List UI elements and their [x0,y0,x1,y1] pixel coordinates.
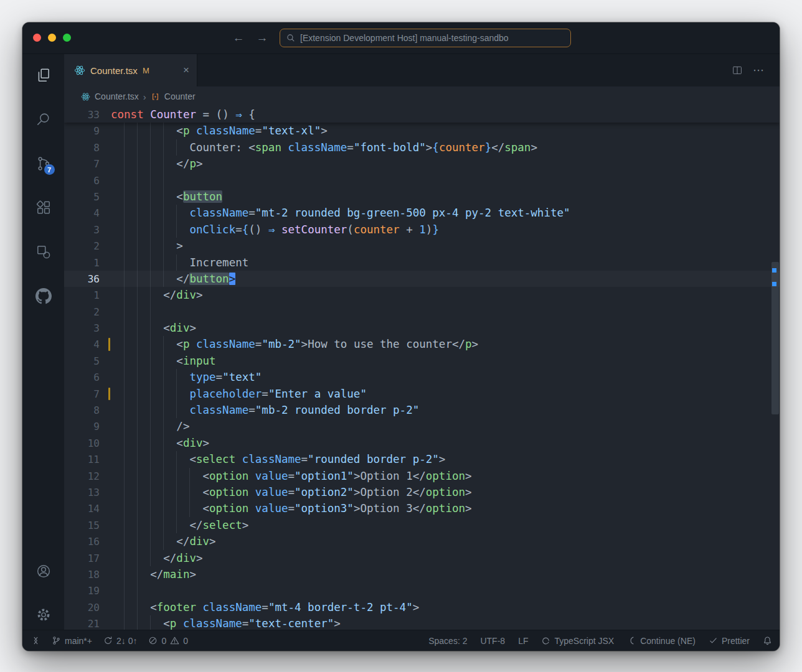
close-tab-icon[interactable]: × [183,64,189,77]
gutter[interactable]: 1 [64,287,111,303]
code-line[interactable]: 36 </button> [64,271,780,287]
gutter[interactable]: 4 [64,205,111,221]
gutter[interactable]: 18 [64,566,111,582]
github-icon[interactable] [35,288,52,304]
code-line[interactable]: 21 <p className="text-center"> [64,615,780,630]
line-number[interactable]: 17 [88,553,100,564]
code-line[interactable]: 4 <p className="mb-2">How to use the cou… [64,336,780,352]
remote-indicator[interactable] [31,636,40,645]
line-number[interactable]: 36 [88,273,100,285]
back-icon[interactable]: ← [230,30,247,46]
gutter[interactable]: 3 [64,320,111,336]
sync-changes[interactable]: 2↓ 0↑ [103,636,137,646]
line-number[interactable]: 16 [88,536,100,548]
extensions-icon[interactable] [35,200,52,216]
gutter[interactable]: 21 [64,615,111,630]
gutter[interactable]: 17 [64,550,111,566]
source-control-icon[interactable]: 7 [35,156,52,172]
gutter[interactable]: 8 [64,402,111,418]
gutter[interactable]: 15 [64,517,111,533]
search-icon[interactable] [35,111,52,128]
code-lines[interactable]: 9 <p className="text-xl">8 Counter: <spa… [64,123,780,630]
gutter[interactable]: 5 [64,189,111,205]
code-line[interactable]: 7 </p> [64,156,780,172]
gutter[interactable]: 6 [64,369,111,385]
explorer-icon[interactable] [35,67,52,83]
more-actions-icon[interactable]: ⋯ [753,63,765,77]
prettier[interactable]: Prettier [709,636,750,646]
code-line[interactable]: 9 /> [64,418,780,434]
line-number[interactable]: 4 [93,207,100,219]
line-number[interactable]: 1 [93,257,100,269]
code-line[interactable]: 17 </div> [64,550,780,566]
line-number[interactable]: 4 [93,338,100,350]
code-line[interactable]: 9 <p className="text-xl"> [64,123,780,139]
gutter[interactable]: 5 [64,353,111,369]
code-line[interactable]: 6 type="text" [64,369,780,385]
line-number[interactable]: 7 [93,388,100,400]
line-number[interactable]: 14 [88,503,100,515]
gutter[interactable]: 14 [64,500,111,516]
code-line[interactable]: 33const Counter = () ⇒ { [64,106,780,123]
code-line[interactable]: 3 <div> [64,320,780,336]
line-number[interactable]: 15 [88,520,100,531]
line-number[interactable]: 19 [88,585,100,597]
gutter[interactable]: 2 [64,238,111,254]
continue-extension[interactable]: Continue (NE) [627,636,696,646]
code-editor[interactable]: 33const Counter = () ⇒ { 9 <p className=… [64,106,780,630]
code-line[interactable]: 2 [64,304,780,320]
line-number[interactable]: 21 [88,618,100,630]
code-line[interactable]: 8 className="mb-2 rounded border p-2" [64,402,780,418]
split-editor-icon[interactable] [732,65,743,76]
line-number[interactable]: 5 [93,191,100,203]
gutter[interactable]: 19 [64,582,111,599]
code-line[interactable]: 19 [64,582,780,599]
sticky-scroll-line[interactable]: 33const Counter = () ⇒ { [64,106,780,123]
indentation[interactable]: Spaces: 2 [428,636,467,646]
code-line[interactable]: 14 <option value="option3">Option 3</opt… [64,500,780,516]
code-line[interactable]: 10 <div> [64,435,780,451]
line-number[interactable]: 6 [93,371,100,383]
gutter[interactable]: 2 [64,304,111,320]
line-number[interactable]: 18 [88,569,100,581]
forward-icon[interactable]: → [254,30,270,46]
gutter[interactable]: 7 [64,386,111,402]
code-line[interactable]: 6 [64,172,780,189]
code-line[interactable]: 16 </div> [64,533,780,549]
breadcrumb-symbol[interactable]: Counter [164,91,196,101]
gutter[interactable]: 11 [64,451,111,467]
line-number[interactable]: 6 [93,175,100,187]
zoom-window-button[interactable] [63,34,71,42]
line-number[interactable]: 10 [88,437,100,449]
gutter[interactable]: 36 [64,271,111,287]
line-number[interactable]: 11 [88,454,100,465]
gutter[interactable]: 9 [64,123,111,139]
code-line[interactable]: 1 </div> [64,287,780,303]
code-line[interactable]: 5 <input [64,353,780,369]
gutter[interactable]: 7 [64,156,111,172]
gutter[interactable]: 33 [64,106,111,123]
settings-gear-icon[interactable] [35,607,52,623]
line-number[interactable]: 2 [93,306,100,318]
tab-counter-tsx[interactable]: Counter.tsx M × [64,54,197,86]
code-line[interactable]: 2 > [64,238,780,254]
gutter[interactable]: 1 [64,254,111,271]
code-line[interactable]: 7 placeholder="Enter a value" [64,386,780,402]
gutter[interactable]: 12 [64,468,111,484]
minimize-window-button[interactable] [48,34,56,42]
line-number[interactable]: 3 [93,224,100,236]
eol[interactable]: LF [518,636,528,646]
code-line[interactable]: 12 <option value="option1">Option 1</opt… [64,468,780,484]
account-icon[interactable] [35,563,52,579]
gutter[interactable]: 3 [64,222,111,238]
gutter[interactable]: 8 [64,139,111,156]
code-line[interactable]: 20 <footer className="mt-4 border-t-2 pt… [64,599,780,615]
gutter[interactable]: 9 [64,418,111,434]
language-mode[interactable]: TypeScript JSX [541,636,614,646]
line-number[interactable]: 8 [93,142,100,154]
gutter[interactable]: 4 [64,336,111,352]
code-line[interactable]: 8 Counter: <span className="font-bold">{… [64,139,780,156]
line-number[interactable]: 13 [88,487,100,498]
encoding[interactable]: UTF-8 [480,636,505,646]
line-number[interactable]: 2 [93,240,100,252]
